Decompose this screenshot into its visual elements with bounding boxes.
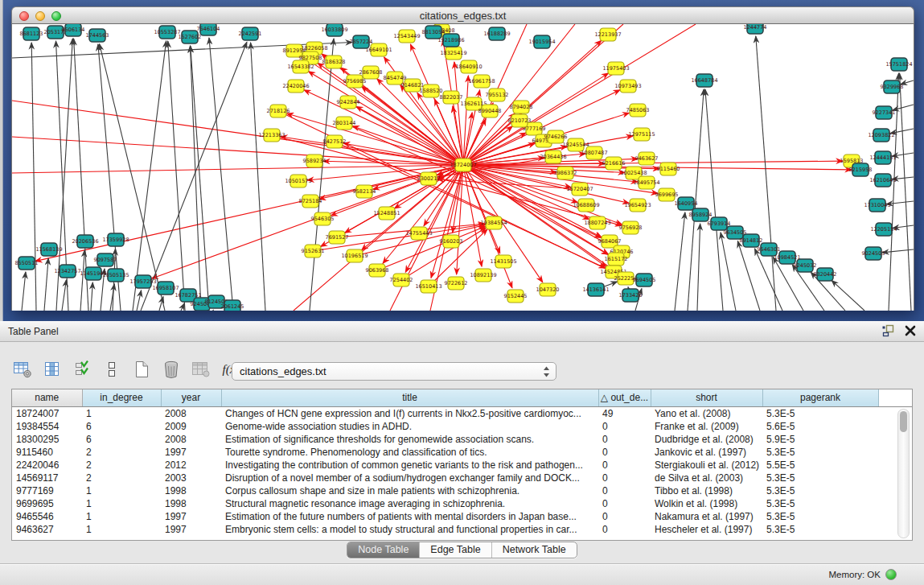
table-row[interactable]: 1830029562008Estimation of significance … — [12, 433, 912, 446]
graph-node[interactable]: 9024503 — [862, 247, 885, 260]
graph-node[interactable]: 7485063 — [626, 104, 650, 117]
graph-node[interactable]: 10807487 — [581, 146, 607, 159]
graph-node[interactable]: 1615172 — [605, 253, 628, 266]
graph-node[interactable]: 8320442 — [814, 268, 837, 281]
table-mode-icon[interactable] — [11, 358, 34, 381]
graph-node[interactable]: 9152631 — [302, 245, 325, 257]
graph-node[interactable]: 14136141 — [582, 283, 609, 296]
graph-node[interactable]: 7986372 — [554, 167, 577, 179]
graph-node[interactable]: 18640910 — [455, 60, 482, 73]
graph-node[interactable]: 12093822 — [868, 129, 894, 142]
graph-node[interactable]: 1244774 — [744, 24, 767, 34]
float-panel-button[interactable] — [881, 324, 894, 337]
graph-node[interactable]: 8186328 — [322, 56, 346, 68]
graph-node[interactable]: 9699695 — [655, 188, 679, 201]
graph-node[interactable]: 9152445 — [504, 290, 528, 303]
graph-node[interactable]: 9160203 — [440, 235, 463, 248]
graph-node[interactable]: 9329968 — [881, 80, 904, 93]
column-header-name[interactable]: name — [12, 389, 82, 406]
graph-node[interactable]: 6216616 — [602, 157, 626, 170]
graph-node[interactable]: 7955132 — [486, 89, 509, 101]
graph-node[interactable]: 1527602 — [179, 31, 202, 43]
network-window-titlebar[interactable]: citations_edges.txt — [11, 6, 914, 24]
graph-node[interactable]: 11975403 — [602, 62, 629, 75]
graph-node[interactable]: 8550511 — [15, 257, 39, 270]
graph-node[interactable]: 16188289 — [483, 27, 510, 40]
table-row[interactable]: 1938455462009Genome-wide association stu… — [12, 420, 912, 433]
graph-node[interactable]: 9694505 — [633, 274, 656, 286]
graph-node[interactable]: 8681123 — [20, 27, 43, 40]
close-panel-button[interactable] — [905, 325, 916, 336]
graph-node[interactable]: 15751824 — [885, 58, 912, 71]
tab-node-table[interactable]: Node Table — [347, 542, 419, 558]
graph-node[interactable]: 10688609 — [573, 199, 599, 212]
graph-node[interactable]: 1744563 — [86, 29, 109, 42]
graph-node[interactable]: 9242844 — [337, 96, 360, 109]
tab-network-table[interactable]: Network Table — [491, 542, 577, 558]
table-row[interactable]: 2242004622012Investigating the contribut… — [12, 459, 912, 472]
close-button[interactable] — [19, 11, 29, 21]
graph-node[interactable]: 8822037 — [440, 91, 463, 104]
column-header-in_degree[interactable]: in_degree — [82, 389, 161, 406]
graph-node[interactable]: 15248851 — [373, 207, 400, 220]
table-row[interactable]: 969969511998Structural magnetic resonanc… — [12, 497, 912, 510]
graph-node[interactable]: 11431505 — [490, 255, 516, 268]
graph-node[interactable]: 16510413 — [415, 280, 441, 293]
select-columns-icon[interactable] — [71, 358, 93, 381]
tab-edge-table[interactable]: Edge Table — [419, 542, 491, 558]
graph-node[interactable]: 9115460 — [657, 163, 680, 175]
graph-node[interactable]: 8725184 — [299, 195, 322, 208]
graph-node[interactable]: 8427512 — [323, 135, 347, 148]
graph-node[interactable]: 17359928 — [102, 233, 129, 246]
graph-node[interactable]: 9245032 — [794, 259, 817, 272]
row-height-icon[interactable] — [101, 358, 123, 381]
graph-node[interactable]: 9722612 — [445, 277, 468, 290]
graph-node[interactable]: 8958924 — [689, 208, 713, 221]
table-row[interactable]: 1456911722003Disruption of a novel membe… — [12, 472, 912, 484]
column-header-short[interactable]: short — [651, 389, 762, 406]
graph-node[interactable]: 8215958 — [849, 163, 873, 176]
minimize-button[interactable] — [35, 11, 45, 21]
graph-node[interactable]: 16648784 — [691, 74, 717, 87]
graph-node[interactable]: 9463627 — [635, 152, 659, 165]
network-canvas[interactable]: 1872400719384554230021789129541822605898… — [11, 24, 914, 311]
graph-node[interactable]: 12975115 — [628, 128, 655, 141]
graph-node[interactable]: 2300217 — [417, 172, 441, 185]
graph-node[interactable]: 10196519 — [341, 249, 368, 262]
graph-node[interactable]: 12205154 — [870, 223, 897, 236]
graph-node[interactable]: 12543449 — [393, 30, 420, 43]
graph-node[interactable]: 16033809 — [321, 24, 347, 36]
graph-node[interactable]: 9063968 — [366, 264, 389, 277]
graph-node[interactable]: 8914812 — [740, 234, 763, 247]
network-window[interactable]: citations_edges.txt 18724007193845542300… — [11, 6, 914, 311]
graph-node[interactable]: 2061245 — [221, 300, 244, 311]
graph-node[interactable]: 16210643 — [869, 174, 896, 187]
graph-node[interactable]: 7254402 — [390, 274, 413, 286]
table-scrollbar[interactable] — [897, 409, 910, 538]
table-row[interactable]: 946554611997Estimation of the future num… — [12, 510, 912, 523]
delete-columns-icon[interactable] — [160, 358, 183, 381]
graph-node[interactable]: 8794028 — [510, 101, 533, 113]
graph-node[interactable]: 12213363 — [258, 129, 285, 142]
column-header-pagerank[interactable]: pagerank — [762, 389, 878, 406]
column-header-year[interactable]: year — [161, 389, 221, 406]
graph-node[interactable]: 10892139 — [470, 269, 496, 282]
graph-node[interactable]: 9097587 — [94, 253, 117, 266]
table-row[interactable]: 946362711997Embryonic stem cells: a mode… — [12, 523, 912, 536]
column-header-out_de[interactable]: △ out_de... — [598, 389, 651, 406]
graph-node[interactable]: 17310045 — [864, 199, 890, 212]
graph-node[interactable]: 7691527 — [326, 231, 349, 244]
graph-node[interactable]: 19015954 — [528, 35, 555, 48]
table-row[interactable]: 1872400712008Changes of HCN gene express… — [12, 406, 912, 420]
column-header-title[interactable]: title — [221, 389, 598, 406]
show-columns-icon[interactable] — [41, 358, 64, 381]
table-row[interactable]: 977716911998Corpus callosum shape and si… — [12, 484, 912, 497]
create-column-icon[interactable] — [130, 358, 153, 381]
graph-node[interactable]: 16961758 — [468, 75, 495, 88]
graph-node[interactable]: 10501575 — [285, 175, 311, 187]
graph-node[interactable]: 2718126 — [267, 105, 290, 117]
graph-node[interactable]: 9589234 — [303, 154, 326, 167]
graph-node[interactable]: 2242591 — [239, 27, 262, 40]
graph-node[interactable]: 9756985 — [343, 75, 367, 88]
graph-node[interactable]: 7857224 — [350, 35, 373, 48]
